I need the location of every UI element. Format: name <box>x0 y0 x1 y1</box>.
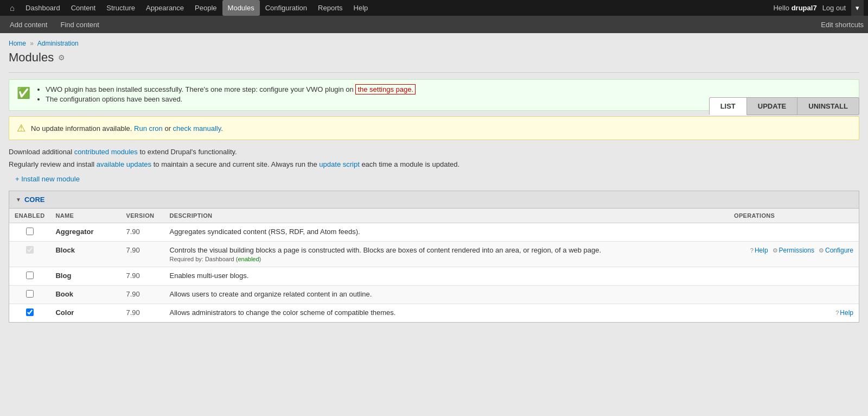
th-enabled: ENABLED <box>9 209 50 223</box>
td-desc-book: Allows users to create and organize rela… <box>164 286 729 304</box>
nav-people[interactable]: People <box>189 0 222 16</box>
section-toggle-icon: ▼ <box>16 197 21 203</box>
install-new-module-link[interactable]: + Install new module <box>15 175 80 183</box>
th-version: VERSION <box>120 209 164 223</box>
modules-table-head: ENABLED NAME VERSION DESCRIPTION OPERATI… <box>9 209 859 223</box>
logout-link[interactable]: Log out <box>819 4 849 12</box>
nav-reports[interactable]: Reports <box>312 0 348 16</box>
nav-configuration[interactable]: Configuration <box>260 0 312 16</box>
edit-shortcuts-link[interactable]: Edit shortcuts <box>821 21 864 29</box>
checkbox-blog[interactable] <box>26 272 34 279</box>
checkbox-book[interactable] <box>26 290 34 298</box>
gear-icon: ⚙ <box>773 247 778 254</box>
td-desc-blog: Enables multi-user blogs. <box>164 267 729 286</box>
body-text-line2: Regularly review and install available u… <box>9 160 859 168</box>
secondary-navigation: Add content Find content Edit shortcuts <box>0 16 868 33</box>
core-module-section: ▼ CORE ENABLED NAME VERSION DESCRIPTION … <box>9 191 859 323</box>
ops-link-configure-block[interactable]: ⚙Configure <box>819 247 853 254</box>
page-wrapper: Home » Administration Modules ⚙ LIST UPD… <box>0 33 868 333</box>
table-header-row: ENABLED NAME VERSION DESCRIPTION OPERATI… <box>9 209 859 223</box>
warning-icon: ⚠ <box>17 122 25 134</box>
success-line1: VWO plugin has been installed successful… <box>46 85 416 93</box>
table-row: Book7.90Allows users to create and organ… <box>9 286 859 304</box>
table-row: Block7.90Controls the visual building bl… <box>9 242 859 267</box>
secondary-nav-left: Add content Find content <box>4 17 105 32</box>
td-ops-block: ?Help⚙Permissions⚙Configure <box>729 242 859 267</box>
breadcrumb-home[interactable]: Home <box>9 40 26 47</box>
warning-message: ⚠ No update information available. Run c… <box>9 116 859 140</box>
breadcrumb: Home » Administration <box>9 40 859 47</box>
td-version-book: 7.90 <box>120 286 164 304</box>
ops-link-permissions-block[interactable]: ⚙Permissions <box>773 247 814 254</box>
th-operations: OPERATIONS <box>729 209 859 223</box>
run-cron-link[interactable]: Run cron <box>134 124 163 133</box>
success-message-list: VWO plugin has been installed successful… <box>36 85 416 105</box>
install-module-row: + Install new module <box>15 175 859 183</box>
tab-update[interactable]: UPDATE <box>747 97 797 115</box>
td-ops-aggregator <box>729 223 859 242</box>
help-icon: ? <box>750 247 754 254</box>
home-nav-item[interactable]: ⌂ <box>4 0 20 16</box>
settings-page-link[interactable]: the settings page. <box>355 84 416 94</box>
td-enabled-block <box>9 242 50 267</box>
td-version-block: 7.90 <box>120 242 164 267</box>
td-desc-aggregator: Aggregates syndicated content (RSS, RDF,… <box>164 223 729 242</box>
nav-dropdown-button[interactable]: ▾ <box>851 0 864 16</box>
enabled-status-text: enabled <box>238 256 259 262</box>
tab-list[interactable]: LIST <box>709 97 747 115</box>
td-name-aggregator: Aggregator <box>50 223 120 242</box>
help-icon: ? <box>835 310 839 316</box>
title-divider <box>9 72 859 73</box>
gear-icon[interactable]: ⚙ <box>58 53 65 62</box>
td-version-aggregator: 7.90 <box>120 223 164 242</box>
modules-table: ENABLED NAME VERSION DESCRIPTION OPERATI… <box>9 209 859 322</box>
td-desc-block: Controls the visual building blocks a pa… <box>164 242 729 267</box>
contributed-modules-link[interactable]: contributed modules <box>74 148 138 156</box>
td-version-blog: 7.90 <box>120 267 164 286</box>
check-manually-link[interactable]: check manually <box>173 124 221 133</box>
td-ops-book <box>729 286 859 304</box>
td-enabled-color <box>9 304 50 323</box>
nav-structure[interactable]: Structure <box>101 0 141 16</box>
nav-left: ⌂ Dashboard Content Structure Appearance… <box>4 0 373 16</box>
top-navigation: ⌂ Dashboard Content Structure Appearance… <box>0 0 868 16</box>
content-area: ✅ VWO plugin has been installed successf… <box>0 79 868 333</box>
nav-content[interactable]: Content <box>66 0 101 16</box>
available-updates-link[interactable]: available updates <box>97 160 151 168</box>
update-script-link[interactable]: update script <box>319 160 359 168</box>
nav-right: Hello drupal7 Log out ▾ <box>773 0 864 16</box>
table-row: Color7.90Allows administrators to change… <box>9 304 859 323</box>
warning-text: No update information available. Run cro… <box>31 124 223 133</box>
checkbox-color[interactable] <box>26 308 34 316</box>
checkbox-aggregator[interactable] <box>26 228 34 235</box>
required-by-block: Required by: Dashboard (enabled) <box>169 256 723 262</box>
success-line2: The configuration options have been save… <box>46 95 416 103</box>
ops-link-help-block[interactable]: ?Help <box>750 247 768 254</box>
gear-icon: ⚙ <box>819 247 824 254</box>
tab-row: LIST UPDATE UNINSTALL <box>709 97 859 115</box>
nav-dashboard[interactable]: Dashboard <box>20 0 66 16</box>
core-section-label: CORE <box>24 196 45 204</box>
th-description: DESCRIPTION <box>164 209 729 223</box>
checkbox-block[interactable] <box>26 246 34 254</box>
nav-help[interactable]: Help <box>348 0 374 16</box>
username: drupal7 <box>792 4 817 12</box>
find-content-link[interactable]: Find content <box>55 17 105 32</box>
ops-link-help-color[interactable]: ?Help <box>835 309 853 317</box>
th-name: NAME <box>50 209 120 223</box>
nav-modules[interactable]: Modules <box>222 0 260 16</box>
modules-table-body: Aggregator7.90Aggregates syndicated cont… <box>9 223 859 323</box>
title-area: Home » Administration Modules ⚙ LIST UPD… <box>0 33 868 73</box>
td-name-color: Color <box>50 304 120 323</box>
add-content-link[interactable]: Add content <box>4 17 53 32</box>
td-enabled-aggregator <box>9 223 50 242</box>
td-ops-blog <box>729 267 859 286</box>
td-version-color: 7.90 <box>120 304 164 323</box>
td-ops-color: ?Help <box>729 304 859 323</box>
page-title-row: Modules ⚙ <box>9 51 859 65</box>
tab-uninstall[interactable]: UNINSTALL <box>797 97 859 115</box>
core-section-header[interactable]: ▼ CORE <box>9 191 859 209</box>
nav-appearance[interactable]: Appearance <box>141 0 189 16</box>
breadcrumb-admin[interactable]: Administration <box>37 40 79 47</box>
body-text-line1: Download additional contributed modules … <box>9 148 859 156</box>
